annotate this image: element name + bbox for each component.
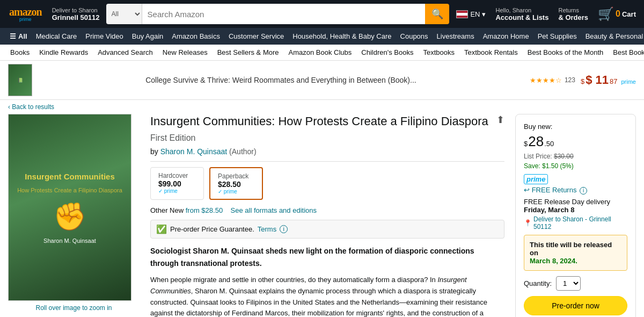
- books-nav-item-textbook-rentals[interactable]: Textbook Rentals: [459, 45, 523, 60]
- quantity-select[interactable]: 1 2 3 4 5: [556, 276, 581, 291]
- format-paperback-label: Paperback: [218, 172, 254, 180]
- quantity-row: Quantity: 1 2 3 4 5: [524, 276, 627, 291]
- secondary-nav-item-medical[interactable]: Medical Care: [32, 29, 82, 44]
- books-nav-item-new-releases[interactable]: New Releases: [158, 45, 213, 60]
- deliver-to-row[interactable]: 📍 Deliver to Sharon - Grinnell 50112: [524, 215, 627, 230]
- top-nav: amazon prime Deliver to Sharon Grinnell …: [0, 0, 644, 28]
- search-bar: All Books 🔍: [106, 4, 450, 24]
- book-cover-title-text: Insurgent Communities: [17, 171, 122, 182]
- save-row: Save: $1.50 (5%): [524, 162, 627, 170]
- books-nav-item-best-books-month[interactable]: Best Books of the Month: [523, 45, 609, 60]
- book-cover-image-placeholder: ✊: [17, 201, 122, 232]
- secondary-nav-item-buy-again[interactable]: Buy Again: [128, 29, 168, 44]
- release-date: March 8, 2024.: [530, 257, 577, 265]
- secondary-nav-item-pet-supplies[interactable]: Pet Supplies: [533, 29, 581, 44]
- secondary-nav-item-prime-video[interactable]: Prime Video: [81, 29, 128, 44]
- book-details: Insurgent Communities: How Protests Crea…: [150, 114, 504, 317]
- search-button[interactable]: 🔍: [425, 4, 449, 24]
- account-lists[interactable]: Hello, Sharon Account & Lists: [493, 4, 551, 24]
- breadcrumb: ‹ Back to results: [0, 100, 644, 114]
- en-label: EN: [470, 10, 480, 18]
- language-selector[interactable]: EN ▾: [453, 8, 488, 21]
- secondary-nav-item-beauty[interactable]: Beauty & Personal Care: [581, 29, 644, 44]
- secondary-nav-item-coupons[interactable]: Coupons: [396, 29, 433, 44]
- format-paperback-price: $28.50: [218, 180, 254, 189]
- format-hardcover[interactable]: Hardcover $99.00 ✓ prime: [150, 167, 204, 200]
- books-nav-item-books[interactable]: Books: [5, 45, 34, 60]
- book-cover[interactable]: Insurgent Communities How Protests Creat…: [8, 114, 131, 301]
- cart-count: 0: [616, 9, 620, 19]
- secondary-nav-item-amazon-home[interactable]: Amazon Home: [479, 29, 533, 44]
- description-intro: Sociologist Sharon M. Quinsaat sheds new…: [150, 245, 504, 269]
- books-nav-item-childrens[interactable]: Children's Books: [356, 45, 418, 60]
- books-nav-item-textbooks[interactable]: Textbooks: [418, 45, 459, 60]
- secondary-nav-item-amazon-basics[interactable]: Amazon Basics: [167, 29, 224, 44]
- buy-price-row: $ 28 .50: [524, 133, 627, 150]
- save-text: Save: $1.50 (5%): [524, 162, 574, 170]
- books-nav-item-book-clubs[interactable]: Amazon Book Clubs: [284, 45, 357, 60]
- buy-box: Buy new: $ 28 .50 List Price: $30.00 Sav…: [515, 114, 636, 317]
- all-menu-label: All: [18, 32, 27, 40]
- list-price-value: $30.00: [554, 153, 574, 160]
- terms-link[interactable]: Terms: [258, 225, 276, 233]
- deliver-label: Deliver to Sharon: [52, 7, 100, 13]
- release-notice: This title will be released on March 8, …: [524, 235, 627, 271]
- see-all-formats-link[interactable]: See all formats and editions: [231, 206, 317, 214]
- other-new-row: Other New from $28.50 See all formats an…: [150, 206, 504, 214]
- book-image-section: Insurgent Communities How Protests Creat…: [8, 114, 140, 312]
- returns-orders[interactable]: Returns & Orders: [555, 4, 591, 24]
- secondary-nav-item-household[interactable]: Household, Health & Baby Care: [288, 29, 396, 44]
- terms-popover-btn[interactable]: i: [280, 225, 288, 233]
- cart-label: Cart: [622, 10, 636, 18]
- all-menu-btn[interactable]: ☰ All: [5, 29, 32, 44]
- preorder-button[interactable]: Pre-order now: [524, 296, 627, 315]
- amazon-logo[interactable]: amazon prime: [5, 3, 46, 25]
- banner-prime: prime: [621, 78, 636, 85]
- guarantee-text: Pre-order Price Guarantee.: [170, 225, 254, 233]
- formats-section: Hardcover $99.00 ✓ prime Paperback $28.5…: [150, 167, 504, 200]
- secondary-nav: ☰ All Medical Care Prime Video Buy Again…: [0, 28, 644, 45]
- format-paperback[interactable]: Paperback $28.50 ✓ prime: [209, 167, 263, 200]
- deliver-to[interactable]: Deliver to Sharon Grinnell 50112: [50, 6, 102, 23]
- other-new-price-link[interactable]: from $28.50: [186, 206, 223, 214]
- secondary-nav-item-customer-service[interactable]: Customer Service: [224, 29, 288, 44]
- banner-rating-count: 123: [565, 76, 575, 84]
- divider-1: [150, 161, 504, 162]
- returns-label: Returns: [558, 7, 588, 13]
- book-cover-content: Insurgent Communities How Protests Creat…: [9, 163, 130, 251]
- list-price-row: List Price: $30.00: [524, 153, 627, 160]
- book-title: Insurgent Communities: How Protests Crea…: [150, 114, 491, 145]
- book-cover-subtitle-text: How Protests Create a Filipino Diaspora: [17, 186, 122, 194]
- books-nav: Books Kindle Rewards Advanced Search New…: [0, 45, 644, 61]
- release-notice-title: This title will be released on: [530, 241, 612, 257]
- zoom-text[interactable]: Roll over image to zoom in: [8, 304, 140, 312]
- book-name-italic: Insurgent Communities: [150, 276, 467, 295]
- promotional-banner[interactable]: 📗 College Survive & Thrive: Weird Roomma…: [0, 61, 644, 100]
- delivery-date: Friday, March 8: [524, 206, 574, 214]
- buy-new-label: Buy new:: [524, 123, 627, 131]
- books-nav-item-advanced-search[interactable]: Advanced Search: [93, 45, 158, 60]
- banner-price-cents: 87: [610, 77, 617, 85]
- free-returns-row[interactable]: ↩ FREE Returns i: [524, 186, 627, 194]
- quantity-label: Quantity:: [524, 279, 552, 287]
- search-input[interactable]: [142, 4, 426, 24]
- books-nav-item-best-sellers[interactable]: Best Sellers & More: [213, 45, 284, 60]
- share-icon[interactable]: ⬆: [496, 114, 504, 126]
- prime-logo: prime: [524, 174, 548, 184]
- secondary-nav-item-livestreams[interactable]: Livestreams: [433, 29, 479, 44]
- banner-book-cover: 📗: [8, 64, 32, 96]
- free-returns-icon: ↩: [524, 186, 530, 194]
- books-nav-item-best-books-2023[interactable]: Best Books of 7023: [608, 45, 644, 60]
- cart[interactable]: 🛒 0 Cart: [595, 4, 639, 24]
- back-to-results-link[interactable]: ‹ Back to results: [8, 103, 54, 111]
- cart-icon: 🛒: [598, 6, 614, 21]
- format-hardcover-prime: ✓ prime: [158, 188, 196, 194]
- books-nav-item-kindle[interactable]: Kindle Rewards: [34, 45, 93, 60]
- author-link[interactable]: Sharon M. Quinsaat: [160, 147, 228, 156]
- book-edition-label: First Edition: [150, 133, 195, 142]
- price-cents: .50: [544, 140, 554, 148]
- search-category-select[interactable]: All Books: [106, 4, 142, 24]
- author-role: (Author): [229, 147, 257, 156]
- free-returns-info-btn[interactable]: i: [580, 187, 587, 194]
- buy-section: Buy new: $ 28 .50 List Price: $30.00 Sav…: [515, 114, 636, 317]
